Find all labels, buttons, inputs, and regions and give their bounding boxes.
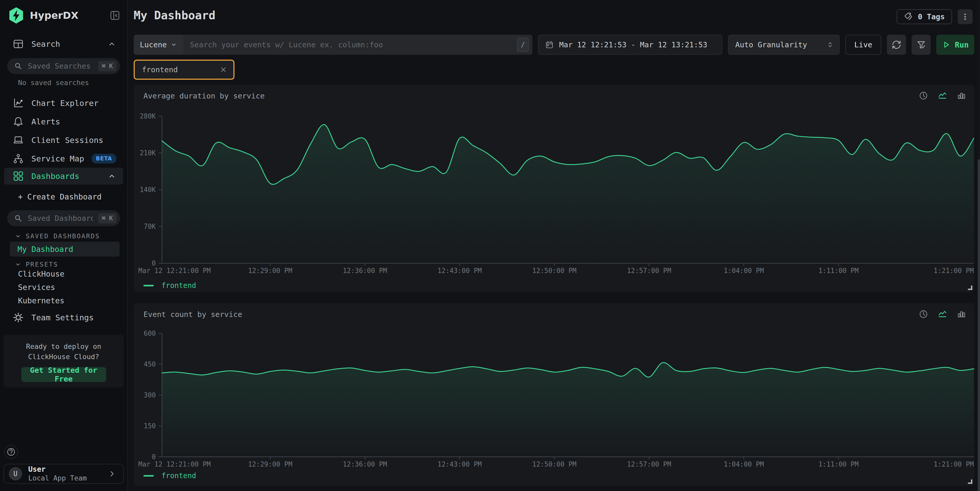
resize-handle[interactable] [968,480,972,484]
sidebar-item-label: Search [31,39,60,49]
sidebar-item-team-settings[interactable]: Team Settings [4,309,123,326]
preset-kubernetes[interactable]: Kubernetes [18,296,65,305]
header-actions: 0 Tags [897,9,972,24]
live-button[interactable]: Live [845,35,881,55]
sidebar-item-chart-explorer[interactable]: Chart Explorer [4,95,123,111]
sidebar-item-my-dashboard[interactable]: My Dashboard [10,242,119,257]
sidebar-collapse-icon[interactable] [109,10,121,21]
presets-section[interactable]: PRESETS [14,261,58,268]
gear-icon [12,311,24,323]
svg-text:12:29:00 PM: 12:29:00 PM [248,267,292,275]
filter-button[interactable] [912,35,931,55]
saved-dashboards-input[interactable]: Saved Dashboards ⌘ K [7,210,120,226]
user-team: Local App Team [28,474,87,483]
bar-chart-icon[interactable] [956,309,967,319]
frontend-filter-chip[interactable]: frontend [134,60,234,80]
search-input[interactable]: Search your events w/ Lucene ex. column:… [183,35,517,55]
svg-text:12:36:00 PM: 12:36:00 PM [343,461,387,468]
no-saved-searches-text: No saved searches [18,79,89,87]
avatar: U [9,467,22,480]
dashboard-menu-button[interactable] [958,9,972,24]
sidebar-item-service-map[interactable]: Service Map BETA [4,150,123,167]
scrollbar-track[interactable] [978,0,980,491]
svg-text:0: 0 [152,453,156,461]
hyperdx-logo-icon [8,7,24,24]
sidebar-item-label: Dashboards [31,172,80,181]
preset-services[interactable]: Services [18,283,55,292]
event-search-bar[interactable]: Lucene Search your events w/ Lucene ex. … [134,35,533,55]
app-name: HyperDX [30,10,78,21]
saved-dashboards-section[interactable]: SAVED DASHBOARDS [14,232,100,240]
sidebar-item-client-sessions[interactable]: Client Sessions [4,132,123,149]
chart-legend: frontend [143,472,196,480]
chevron-down-icon [14,261,22,268]
layout-icon [12,38,24,50]
search-icon [14,214,22,222]
sidebar-item-search[interactable]: Search [4,35,123,52]
page-title: My Dashboard [134,9,215,22]
chevron-up-icon [107,172,116,181]
svg-text:280K: 280K [140,112,156,120]
clock-icon[interactable] [918,309,929,319]
legend-swatch [143,285,154,286]
svg-text:70K: 70K [144,222,156,230]
get-started-button[interactable]: Get Started for Free [21,367,106,382]
dashboard-name: My Dashboard [18,245,73,254]
svg-text:600: 600 [144,330,156,337]
help-button[interactable] [4,445,18,459]
sidebar-item-alerts[interactable]: Alerts [4,113,123,130]
legend-label: frontend [161,472,196,480]
svg-text:1:11:00 PM: 1:11:00 PM [818,267,859,275]
scrollbar-thumb[interactable] [978,159,980,491]
dashboards-grid-icon [12,170,24,182]
calendar-icon [545,40,554,49]
bar-chart-icon[interactable] [956,91,967,101]
granularity-select[interactable]: Auto Granularity [728,35,840,55]
saved-searches-input[interactable]: Saved Searches ⌘ K [7,58,120,74]
svg-text:12:43:00 PM: 12:43:00 PM [438,461,482,468]
preset-clickhouse[interactable]: ClickHouse [18,269,65,278]
user-menu[interactable]: U User Local App Team [3,464,124,484]
chart-toolbar [918,309,967,319]
svg-text:300: 300 [144,391,156,399]
line-chart-icon[interactable] [937,309,948,319]
section-label-text: SAVED DASHBOARDS [26,232,100,240]
sidebar-item-label: Team Settings [31,313,94,322]
svg-text:Mar 12 12:21:00 PM: Mar 12 12:21:00 PM [138,461,211,468]
logo-row: HyperDX [8,7,121,24]
chart-legend: frontend [143,281,196,290]
clock-icon[interactable] [918,91,929,101]
clickhouse-cloud-promo: Ready to deploy on ClickHouse Cloud? Get… [3,335,124,388]
line-chart-icon[interactable] [937,91,948,101]
query-toolbar: Lucene Search your events w/ Lucene ex. … [134,35,974,55]
time-range-picker[interactable]: Mar 12 12:21:53 - Mar 12 13:21:53 [538,35,722,55]
filter-chip-value: frontend [142,65,178,74]
chart-title: Average duration by service [143,92,264,100]
svg-text:0: 0 [152,259,156,267]
svg-text:450: 450 [144,361,156,368]
line-chart[interactable]: 070K140K210K280KMar 12 12:21:00 PM12:29:… [134,108,974,283]
legend-label: frontend [161,281,196,290]
shortcut-badge: ⌘ K [98,61,116,71]
run-button[interactable]: Run [936,35,974,55]
sidebar-item-dashboards[interactable]: Dashboards [4,168,123,184]
saved-searches-placeholder: Saved Searches [28,62,93,70]
chart-card-event-count: Event count by service 0150300450600Mar … [134,303,974,486]
create-dashboard-button[interactable]: + Create Dashboard [18,192,102,201]
chart-card-average-duration: Average duration by service 070K140K210K… [134,85,974,292]
tags-button[interactable]: 0 Tags [897,9,952,24]
chevron-up-icon [107,39,116,49]
chart-explorer-icon [12,97,24,109]
svg-text:12:57:00 PM: 12:57:00 PM [627,267,671,275]
select-chevrons-icon [826,41,834,49]
refresh-button[interactable] [887,35,906,55]
language-select[interactable]: Lucene [134,35,183,55]
line-chart[interactable]: 0150300450600Mar 12 12:21:00 PM12:29:00 … [134,327,974,471]
chevron-down-icon [14,233,22,240]
close-icon[interactable] [220,66,227,73]
slash-shortcut-badge: / [517,38,529,52]
svg-text:12:50:00 PM: 12:50:00 PM [532,267,576,275]
svg-text:12:29:00 PM: 12:29:00 PM [248,461,292,468]
laptop-icon [12,134,24,146]
resize-handle[interactable] [968,286,972,290]
